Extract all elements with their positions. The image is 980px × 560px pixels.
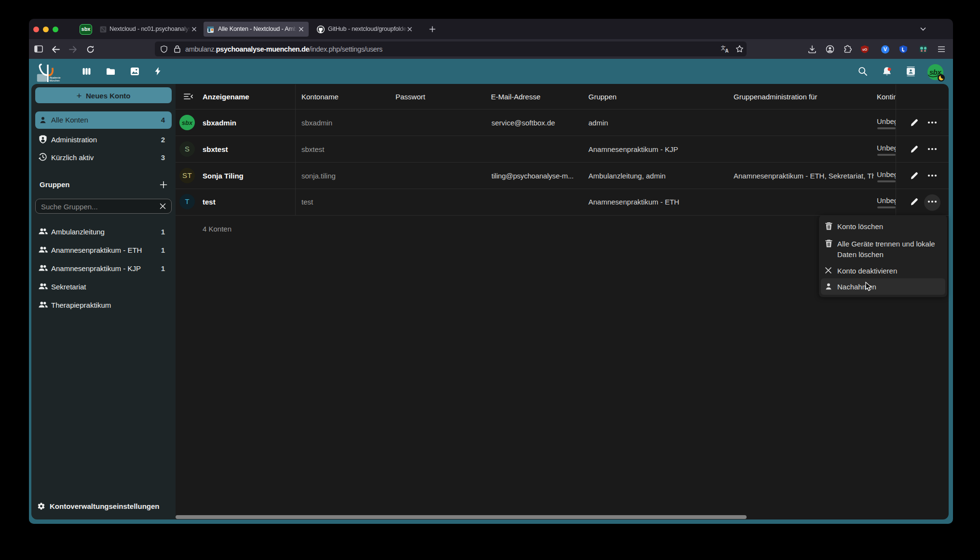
svg-text:Akademie: Akademie bbox=[49, 76, 60, 79]
svg-text:uO: uO bbox=[862, 48, 867, 51]
svg-text:München: München bbox=[49, 79, 59, 82]
svg-text:A: A bbox=[725, 48, 729, 53]
